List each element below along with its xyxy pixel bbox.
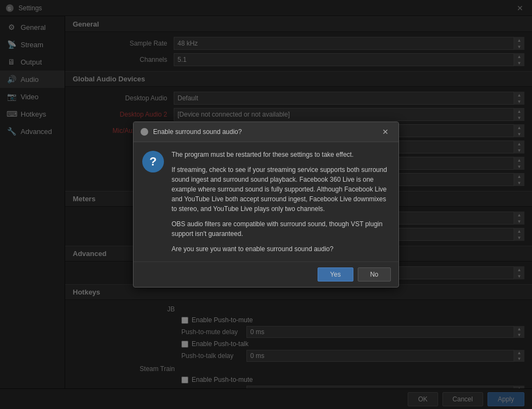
dialog-overlay: Enable surround sound audio? ✕ ? The pro… <box>0 0 532 409</box>
dialog-body-text: If streaming, check to see if your strea… <box>172 165 390 214</box>
dialog-confirm-text: Are you sure you want to enable surround… <box>172 244 390 254</box>
dialog-obs-text: OBS audio filters are compatible with su… <box>172 219 390 239</box>
dialog-restart-notice: The program must be restarted for these … <box>172 150 390 159</box>
dialog-footer: Yes No <box>134 261 398 287</box>
surround-sound-dialog: Enable surround sound audio? ✕ ? The pro… <box>133 122 399 287</box>
dialog-title: Enable surround sound audio? <box>153 128 379 136</box>
dialog-yes-button[interactable]: Yes <box>318 267 353 282</box>
dialog-no-button[interactable]: No <box>358 267 391 282</box>
dialog-app-icon <box>140 127 149 136</box>
dialog-titlebar: Enable surround sound audio? ✕ <box>134 122 398 142</box>
svg-point-2 <box>141 128 148 136</box>
dialog-content: The program must be restarted for these … <box>172 150 390 254</box>
question-icon: ? <box>142 151 164 172</box>
dialog-close-button[interactable]: ✕ <box>379 126 392 137</box>
dialog-body: ? The program must be restarted for thes… <box>134 142 398 261</box>
